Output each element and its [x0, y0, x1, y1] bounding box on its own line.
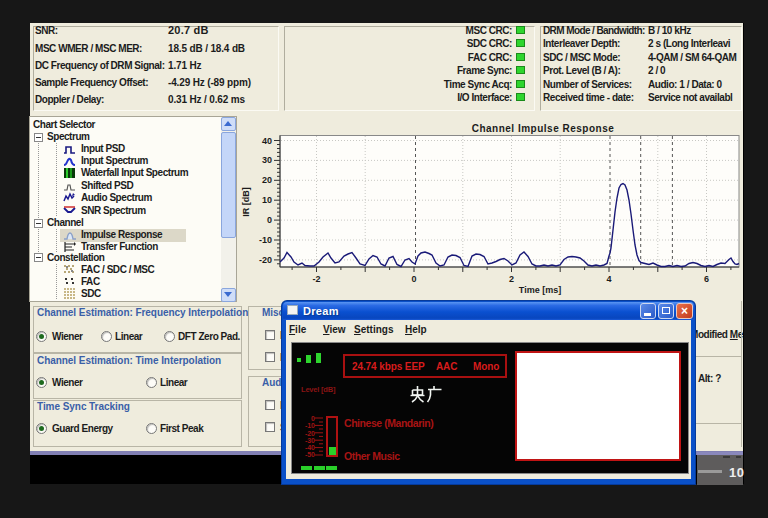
- svg-text:0: 0: [411, 274, 416, 284]
- svg-text:20: 20: [262, 175, 272, 185]
- svg-text:0: 0: [267, 215, 272, 225]
- svg-text:30: 30: [262, 155, 272, 165]
- svg-text:10: 10: [262, 195, 272, 205]
- svg-text:40: 40: [262, 136, 272, 146]
- svg-text:-10: -10: [259, 235, 272, 245]
- svg-text:-20: -20: [259, 255, 272, 265]
- svg-text:-2: -2: [312, 274, 320, 284]
- svg-text:IR [dB]: IR [dB]: [241, 187, 251, 217]
- svg-text:Channel Impulse Response: Channel Impulse Response: [472, 123, 615, 134]
- svg-text:4: 4: [606, 274, 611, 284]
- svg-text:2: 2: [509, 274, 514, 284]
- svg-text:Time [ms]: Time [ms]: [519, 285, 561, 295]
- svg-text:6: 6: [704, 274, 709, 284]
